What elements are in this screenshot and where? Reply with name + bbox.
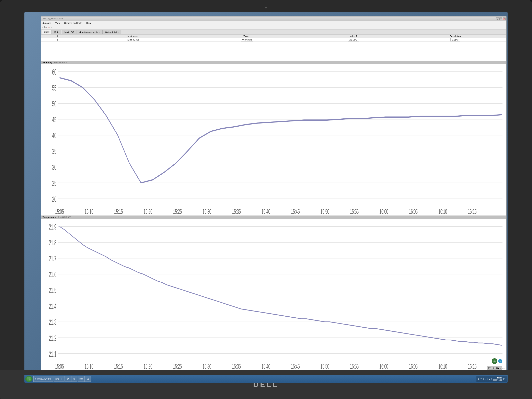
temperature-device: · RM-HPIE305 — [57, 216, 71, 219]
svg-text:15:55: 15:55 — [350, 362, 359, 370]
svg-text:30: 30 — [52, 163, 56, 171]
ime-lang: 中 — [489, 367, 491, 369]
network-indicator: ⊕ — [498, 359, 502, 363]
toolbar-icon-download[interactable]: ↓ — [51, 26, 52, 29]
svg-text:16:10: 16:10 — [438, 208, 447, 215]
taskbar-icon-3: ⊞ — [87, 377, 89, 380]
humidity-chart-header: Humidity · RM-HPIE305 — [41, 61, 506, 64]
svg-text:16:05: 16:05 — [409, 208, 418, 215]
svg-rect-70 — [29, 379, 31, 380]
svg-text:15:05: 15:05 — [55, 362, 64, 370]
tray-icon-4: ♪ — [485, 378, 486, 380]
svg-text:16:00: 16:00 — [379, 208, 388, 215]
taskbar-item-app1[interactable]: ⚙ — [65, 376, 71, 382]
svg-text:15:15: 15:15 — [114, 208, 123, 215]
svg-text:21.6: 21.6 — [49, 270, 56, 279]
taskbar-item-query[interactable]: 查看一下 — [54, 376, 64, 382]
svg-text:15:25: 15:25 — [173, 208, 182, 215]
row-input-name: RM-HPIE305 — [74, 38, 191, 42]
taskbar-item-app3[interactable]: ⊞ — [85, 376, 91, 382]
tab-view-alarm[interactable]: View & alarm settings — [76, 30, 102, 34]
taskbar-item-qlda[interactable]: qlda — [77, 376, 85, 382]
window-controls: _ □ × — [496, 18, 506, 20]
svg-text:15:35: 15:35 — [232, 208, 241, 215]
data-table-area: # Input name Value 1 Value 2 Calculation… — [41, 34, 506, 61]
value2-cell: 21.15°C — [348, 38, 359, 42]
svg-text:15:45: 15:45 — [291, 362, 300, 370]
svg-text:15:55: 15:55 — [350, 208, 359, 215]
minimize-button[interactable]: _ — [496, 18, 499, 20]
status-overlay: 18% ⊕ — [492, 358, 502, 364]
svg-text:21.8: 21.8 — [49, 239, 56, 247]
tray-icon-2: 中 — [480, 377, 482, 380]
svg-text:50: 50 — [52, 100, 56, 108]
svg-text:15:15: 15:15 — [114, 362, 123, 370]
maximize-button[interactable]: □ — [500, 18, 502, 20]
svg-text:45: 45 — [52, 115, 56, 124]
taskbar-icon-2: ★ — [73, 377, 75, 380]
humidity-chart-body: 60 55 50 45 40 35 30 25 20 — [41, 64, 506, 215]
row-calc: 9.11°C — [404, 38, 506, 42]
col-header-value1: Value 1 — [191, 35, 303, 38]
table-row: 1 RM-HPIE305 46.05%rh 21.15°C 9.11°C — [41, 38, 506, 42]
tray-icon-7: ≡ — [491, 378, 492, 380]
row-num: 1 — [41, 38, 74, 42]
data-table: # Input name Value 1 Value 2 Calculation… — [41, 34, 506, 42]
tray-icon-flag: 🏳 — [503, 377, 506, 380]
humidity-title: Humidity — [43, 61, 52, 64]
temperature-chart-body: 21.9 21.8 21.7 21.6 21.5 21.4 21.3 21.2 … — [41, 219, 506, 370]
charts-area: Humidity · RM-HPIE305 — [41, 61, 506, 370]
menu-view[interactable]: View — [55, 22, 61, 24]
temperature-line — [59, 227, 502, 345]
taskbar: e· 200元人民币图世 查看一下 ⚙ ★ qlda ⊞ ⊕ 中 ⊙ ♪ ☆ ▶ — [25, 375, 507, 383]
menu-settings[interactable]: Settings and tools — [63, 22, 83, 24]
svg-text:15:30: 15:30 — [203, 208, 211, 215]
temperature-chart-header: Temperature · RM-HPIE305 — [41, 216, 506, 219]
svg-text:15:50: 15:50 — [321, 362, 329, 370]
svg-text:15:20: 15:20 — [144, 208, 152, 215]
row-value2: 21.15°C — [303, 38, 404, 42]
close-button[interactable]: × — [503, 18, 506, 20]
svg-rect-67 — [27, 377, 29, 379]
tab-water[interactable]: Water Activity — [103, 30, 121, 34]
tab-chart[interactable]: Chart — [42, 30, 52, 34]
svg-text:16:00: 16:00 — [379, 362, 388, 370]
clock-time: 16:17 — [493, 376, 502, 379]
tab-data[interactable]: Data — [52, 30, 61, 34]
col-header-calc: Calculation — [404, 35, 506, 38]
temperature-title: Temperature — [43, 216, 56, 219]
tray-icon-3: ⊙ — [482, 378, 484, 380]
menu-dgroups[interactable]: d groups — [42, 22, 52, 24]
value1-cell: 46.05%rh — [241, 38, 253, 42]
laptop-bottom: DELL — [0, 370, 532, 399]
taskbar-item-browser[interactable]: e· 200元人民币图世 — [33, 376, 53, 382]
svg-text:16:15: 16:15 — [468, 362, 477, 370]
svg-text:21.1: 21.1 — [49, 349, 56, 358]
svg-text:15:05: 15:05 — [55, 208, 64, 215]
screen-area: Data Logger Application _ □ × d groups V… — [25, 12, 507, 383]
svg-text:16:10: 16:10 — [438, 362, 447, 370]
calc-cell: 9.11°C — [450, 38, 460, 42]
humidity-device: · RM-HPIE305 — [53, 61, 67, 64]
taskbar-item-app2[interactable]: ★ — [71, 376, 77, 382]
menu-help[interactable]: Help — [85, 22, 92, 24]
svg-text:15:25: 15:25 — [173, 362, 182, 370]
svg-text:21.3: 21.3 — [49, 318, 56, 326]
clock-date: 2020/10/22 — [493, 379, 502, 381]
svg-text:15:20: 15:20 — [144, 362, 152, 370]
taskbar-item-label: e· 200元人民币图世 — [35, 378, 51, 380]
tray-icon-5: ☆ — [486, 378, 488, 380]
col-header-num: # — [41, 35, 74, 38]
svg-text:25: 25 — [52, 179, 56, 188]
svg-text:15:40: 15:40 — [261, 362, 270, 370]
start-button[interactable] — [25, 376, 32, 382]
clock: 16:17 2020/10/22 — [493, 376, 502, 381]
tray-icon-1: ⊕ — [478, 378, 479, 380]
menu-bar: d groups View Settings and tools Help — [41, 21, 506, 25]
svg-text:15:30: 15:30 — [203, 362, 211, 370]
humidity-chart-svg: 60 55 50 45 40 35 30 25 20 — [41, 64, 506, 215]
tab-log[interactable]: Log to PC — [62, 30, 76, 34]
temperature-chart-section: Temperature · RM-HPIE305 — [41, 216, 506, 371]
toolbar-icon-x: × — [47, 26, 49, 28]
battery-indicator: 18% — [492, 358, 497, 364]
